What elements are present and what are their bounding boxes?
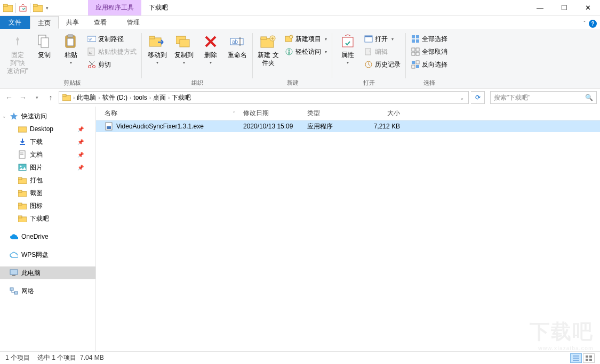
- sidebar-onedrive[interactable]: OneDrive: [0, 230, 95, 243]
- select-none-button[interactable]: 全部取消: [409, 46, 450, 58]
- group-label-open: 打开: [335, 78, 403, 88]
- copy-button[interactable]: 复制: [32, 32, 57, 60]
- edit-button[interactable]: 编辑: [362, 46, 403, 58]
- pin-icon: 📌: [77, 165, 84, 171]
- svg-rect-12: [88, 48, 94, 55]
- svg-point-14: [93, 66, 95, 68]
- paste-shortcut-button[interactable]: 粘贴快捷方式: [85, 46, 139, 58]
- sidebar-quick-access[interactable]: ⌄ 快速访问: [0, 110, 95, 123]
- pin-to-quick-access-button[interactable]: 固定到"快 速访问": [5, 32, 30, 76]
- select-all-button[interactable]: 全部选择: [409, 33, 450, 45]
- easy-access-button[interactable]: 轻松访问▾: [283, 46, 329, 58]
- chevron-right-icon[interactable]: ›: [72, 95, 76, 101]
- status-item-count: 1 个项目: [5, 353, 30, 362]
- maximize-button[interactable]: ☐: [552, 0, 576, 15]
- sidebar-network[interactable]: 网络: [0, 285, 95, 297]
- chevron-down-icon: ▾: [70, 60, 72, 66]
- refresh-button[interactable]: ⟳: [471, 91, 485, 104]
- scissors-icon: [87, 60, 96, 69]
- rename-button[interactable]: ab 重命名: [225, 32, 250, 60]
- help-icon[interactable]: ?: [589, 20, 597, 28]
- chevron-right-icon[interactable]: ›: [148, 95, 152, 101]
- svg-rect-40: [412, 52, 415, 55]
- sidebar-item-documents[interactable]: 文档📌: [0, 148, 95, 161]
- minimize-button[interactable]: —: [528, 0, 552, 15]
- qat-dropdown-icon[interactable]: ▾: [44, 5, 51, 11]
- breadcrumb-item[interactable]: 桌面: [152, 93, 167, 102]
- close-button[interactable]: ✕: [576, 0, 600, 15]
- breadcrumb-item[interactable]: 软件 (D:): [101, 93, 129, 102]
- svg-rect-44: [412, 65, 415, 68]
- delete-button[interactable]: 删除▾: [198, 32, 223, 67]
- chevron-right-icon[interactable]: ›: [97, 95, 101, 101]
- nav-recent-button[interactable]: ▾: [31, 92, 43, 103]
- qat-properties-icon[interactable]: [19, 4, 27, 12]
- open-button[interactable]: 打开▾: [362, 33, 403, 45]
- tab-share[interactable]: 共享: [59, 16, 86, 29]
- copy-path-button[interactable]: w复制路径: [85, 33, 139, 45]
- tab-manage[interactable]: 管理: [119, 16, 147, 29]
- tab-home[interactable]: 主页: [30, 16, 59, 29]
- history-icon: [364, 60, 373, 69]
- chevron-down-icon[interactable]: ⌄: [2, 114, 6, 119]
- nav-back-button[interactable]: ←: [3, 92, 15, 103]
- sidebar-item-folder[interactable]: 截图: [0, 187, 95, 199]
- breadcrumb-root-icon[interactable]: [61, 94, 72, 101]
- column-name[interactable]: 名称ˇ: [100, 109, 239, 118]
- document-icon: [18, 150, 27, 159]
- svg-point-13: [89, 66, 91, 68]
- collapse-ribbon-icon[interactable]: ˇ: [583, 20, 586, 28]
- tab-file[interactable]: 文件: [0, 16, 30, 29]
- ribbon: 固定到"快 速访问" 复制 粘贴 ▾ w复制路径 粘贴快捷方式 剪切 剪贴板: [0, 29, 600, 88]
- svg-rect-18: [180, 39, 189, 47]
- search-input[interactable]: 搜索"下载吧" 🔍: [490, 91, 597, 104]
- search-icon[interactable]: 🔍: [585, 94, 593, 101]
- qat-folder-icon[interactable]: [33, 4, 43, 12]
- chevron-right-icon[interactable]: ›: [167, 95, 171, 101]
- breadcrumb-item[interactable]: 下载吧: [171, 93, 192, 102]
- svg-rect-43: [416, 61, 419, 64]
- svg-rect-23: [261, 37, 267, 39]
- breadcrumb-item[interactable]: tools: [132, 94, 148, 101]
- file-name: VideoAudioSyncFixer1.3.1.exe: [116, 123, 204, 130]
- svg-rect-55: [18, 177, 22, 180]
- copy-to-button[interactable]: 复制到▾: [172, 32, 196, 67]
- chevron-right-icon[interactable]: ›: [129, 95, 132, 101]
- sidebar-item-folder[interactable]: 下载吧: [0, 212, 95, 225]
- new-item-button[interactable]: 新建项目▾: [283, 33, 329, 45]
- easy-access-icon: [285, 47, 293, 56]
- details-view-button[interactable]: [570, 353, 582, 363]
- sidebar-item-downloads[interactable]: 下载📌: [0, 135, 95, 148]
- sidebar-item-folder[interactable]: 图标: [0, 199, 95, 212]
- sidebar-this-pc[interactable]: 此电脑: [0, 266, 95, 279]
- nav-up-button[interactable]: ↑: [45, 92, 57, 103]
- file-date: 2020/10/13 15:09: [239, 123, 303, 130]
- paste-button[interactable]: 粘贴 ▾: [59, 32, 83, 67]
- svg-rect-8: [68, 35, 73, 37]
- address-bar[interactable]: › 此电脑› 软件 (D:)› tools› 桌面› 下载吧 ⌄: [59, 91, 469, 104]
- properties-button[interactable]: 属性▾: [335, 32, 360, 67]
- thumbnails-view-button[interactable]: [583, 353, 595, 363]
- column-size[interactable]: 大小: [362, 109, 404, 118]
- addr-dropdown-icon[interactable]: ⌄: [458, 95, 466, 101]
- list-item[interactable]: VideoAudioSyncFixer1.3.1.exe 2020/10/13 …: [96, 120, 600, 132]
- sidebar-item-folder[interactable]: 打包: [0, 174, 95, 187]
- file-size: 7,212 KB: [362, 123, 404, 130]
- sidebar-item-pictures[interactable]: 图片📌: [0, 161, 95, 174]
- svg-rect-47: [62, 94, 66, 96]
- invert-selection-button[interactable]: 反向选择: [409, 59, 450, 70]
- sidebar-wps[interactable]: WPS网盘: [0, 248, 95, 261]
- svg-rect-6: [41, 38, 49, 47]
- quick-access-toolbar: ▾: [0, 3, 51, 13]
- move-to-button[interactable]: 移动到▾: [145, 32, 170, 67]
- sidebar-item-desktop[interactable]: Desktop📌: [0, 123, 95, 135]
- new-folder-button[interactable]: 新建 文件夹: [256, 32, 281, 68]
- tab-view[interactable]: 查看: [86, 16, 114, 29]
- column-type[interactable]: 类型: [303, 109, 362, 118]
- breadcrumb-item[interactable]: 此电脑: [76, 93, 97, 102]
- cut-button[interactable]: 剪切: [85, 59, 139, 70]
- history-button[interactable]: 历史记录: [362, 59, 403, 70]
- nav-forward-button[interactable]: →: [17, 92, 29, 103]
- column-date[interactable]: 修改日期: [239, 109, 303, 118]
- svg-rect-71: [586, 355, 588, 358]
